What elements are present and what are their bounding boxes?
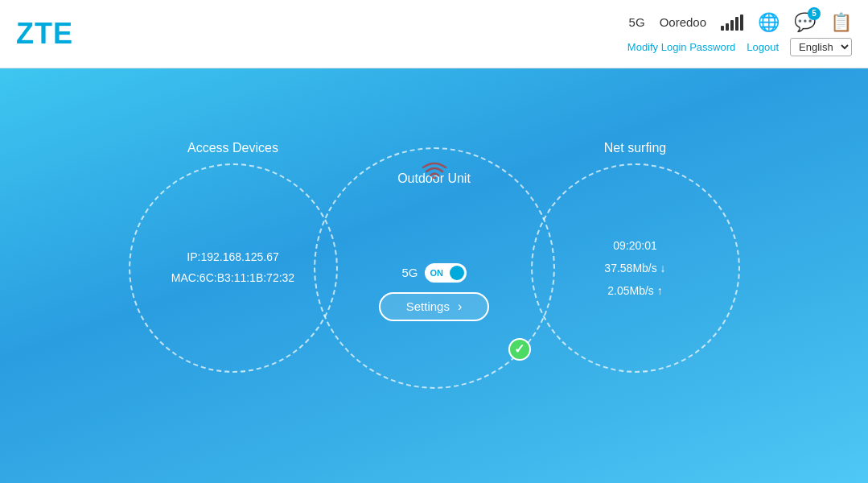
access-devices-content: IP:192.168.125.67 MAC:6C:B3:11:1B:72:32	[171, 247, 294, 287]
header-icons: 5G Ooredoo 🌐 💬 5 📋	[629, 12, 852, 33]
modify-password-link[interactable]: Modify Login Password	[627, 41, 735, 53]
language-select[interactable]: English Arabic French	[790, 38, 852, 56]
circles-container: Access Devices IP:192.168.125.67 MAC:6C:…	[105, 115, 764, 437]
access-devices-circle: Access Devices IP:192.168.125.67 MAC:6C:…	[129, 163, 338, 373]
toggle-row: 5G ON	[401, 263, 466, 283]
toggle-switch[interactable]: ON	[425, 263, 467, 283]
access-devices-mac: MAC:6C:B3:11:1B:72:32	[171, 268, 294, 288]
net-surfing-title: Net surfing	[604, 141, 666, 155]
signal-strength-icon	[721, 14, 743, 31]
header-right-area: 5G Ooredoo 🌐 💬 5 📋 Modify Login Password…	[627, 12, 852, 56]
settings-button[interactable]: Settings ›	[379, 292, 490, 321]
main-dashboard: Access Devices IP:192.168.125.67 MAC:6C:…	[0, 68, 868, 483]
sim-icon-wrap: 📋	[830, 12, 852, 33]
network-type-label: 5G	[629, 15, 645, 29]
outdoor-unit-content: 5G ON Settings ›	[379, 263, 490, 321]
settings-arrow-icon: ›	[458, 299, 462, 314]
wifi-signal-icon	[422, 159, 447, 184]
logout-link[interactable]: Logout	[747, 41, 779, 53]
globe-icon: 🌐	[758, 12, 780, 33]
header-links: Modify Login Password Logout English Ara…	[627, 38, 852, 56]
carrier-label: Ooredoo	[660, 15, 706, 29]
net-surfing-circle: Net surfing 09:20:01 37.58Mb/s ↓ 2.05Mb/…	[531, 163, 740, 373]
header: ZTE 5G Ooredoo 🌐 💬 5 📋 Modify Login Pass…	[0, 0, 868, 68]
net-surfing-time: 09:20:01	[604, 234, 665, 257]
net-surfing-upload: 2.05Mb/s ↑	[604, 279, 665, 302]
settings-button-label: Settings	[406, 299, 450, 313]
toggle-on-label: ON	[430, 268, 444, 278]
zte-logo: ZTE	[16, 17, 73, 51]
header-logo-area: ZTE	[16, 17, 73, 51]
sim-icon: 📋	[830, 12, 852, 33]
svg-point-0	[433, 176, 436, 179]
net-surfing-content: 09:20:01 37.58Mb/s ↓ 2.05Mb/s ↑	[604, 234, 665, 302]
access-devices-title: Access Devices	[187, 141, 278, 155]
connection-status-check: ✓	[508, 338, 531, 361]
net-surfing-download: 37.58Mb/s ↓	[604, 257, 665, 279]
outdoor-network-type: 5G	[401, 266, 418, 279]
message-icon-wrap[interactable]: 💬 5	[794, 12, 816, 33]
globe-icon-wrap[interactable]: 🌐	[758, 12, 780, 33]
message-badge: 5	[808, 7, 821, 20]
access-devices-ip: IP:192.168.125.67	[171, 247, 294, 267]
toggle-knob	[450, 266, 464, 280]
